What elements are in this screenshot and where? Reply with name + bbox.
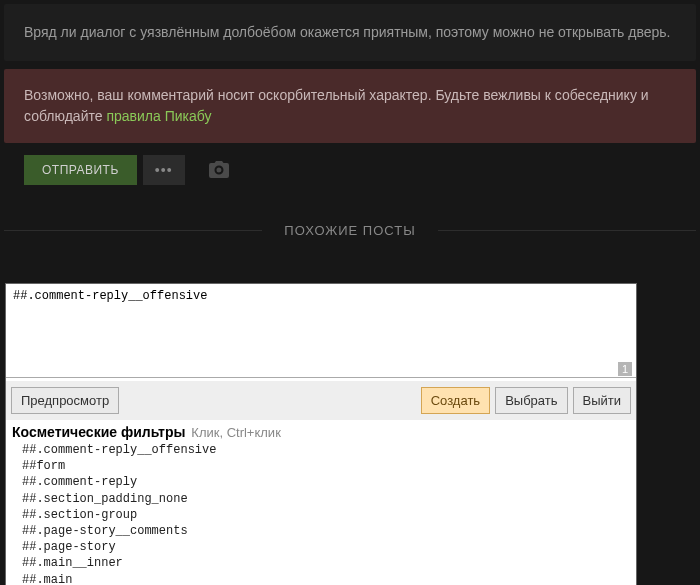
- similar-posts-divider: ПОХОЖИЕ ПОСТЫ: [0, 223, 700, 238]
- filter-item[interactable]: ##.page-story__comments: [22, 523, 630, 539]
- picker-button-row: Предпросмотр Создать Выбрать Выйти: [6, 381, 636, 420]
- filters-title: Косметические фильтры: [12, 424, 185, 440]
- filter-item[interactable]: ##.comment-reply: [22, 474, 630, 490]
- filters-hint: Клик, Ctrl+клик: [191, 425, 281, 440]
- offensive-warning: Возможно, ваш комментарий носит оскорбит…: [4, 69, 696, 143]
- filter-item[interactable]: ##.main__inner: [22, 555, 630, 571]
- comment-actions: ОТПРАВИТЬ •••: [4, 155, 696, 199]
- filter-input[interactable]: ##.comment-reply__offensive: [6, 284, 636, 378]
- filter-list: ##.comment-reply__offensive##form##.comm…: [12, 442, 630, 585]
- filter-item[interactable]: ##.comment-reply__offensive: [22, 442, 630, 458]
- camera-icon[interactable]: [209, 161, 229, 179]
- divider-line-right: [438, 230, 696, 231]
- filter-item[interactable]: ##.main: [22, 572, 630, 586]
- cosmetic-filters-section: Косметические фильтры Клик, Ctrl+клик ##…: [6, 420, 636, 585]
- preview-button[interactable]: Предпросмотр: [11, 387, 119, 414]
- comment-draft-text: Вряд ли диалог с уязвлённым долбоёбом ок…: [4, 4, 696, 61]
- divider-label: ПОХОЖИЕ ПОСТЫ: [262, 223, 437, 238]
- select-button[interactable]: Выбрать: [495, 387, 567, 414]
- button-spacer: [124, 387, 416, 414]
- filter-item[interactable]: ##form: [22, 458, 630, 474]
- divider-line-left: [4, 230, 262, 231]
- exit-button[interactable]: Выйти: [573, 387, 632, 414]
- comment-text: Вряд ли диалог с уязвлённым долбоёбом ок…: [24, 24, 671, 40]
- filter-count-badge: 1: [618, 362, 632, 376]
- more-button[interactable]: •••: [143, 155, 185, 185]
- element-picker-panel: ##.comment-reply__offensive 1 Предпросмо…: [5, 283, 637, 585]
- send-button[interactable]: ОТПРАВИТЬ: [24, 155, 137, 185]
- filters-heading: Косметические фильтры Клик, Ctrl+клик: [12, 424, 630, 440]
- filter-item[interactable]: ##.section_padding_none: [22, 491, 630, 507]
- create-button[interactable]: Создать: [421, 387, 490, 414]
- rules-link[interactable]: правила Пикабу: [106, 108, 211, 124]
- filter-item[interactable]: ##.page-story: [22, 539, 630, 555]
- filter-item[interactable]: ##.section-group: [22, 507, 630, 523]
